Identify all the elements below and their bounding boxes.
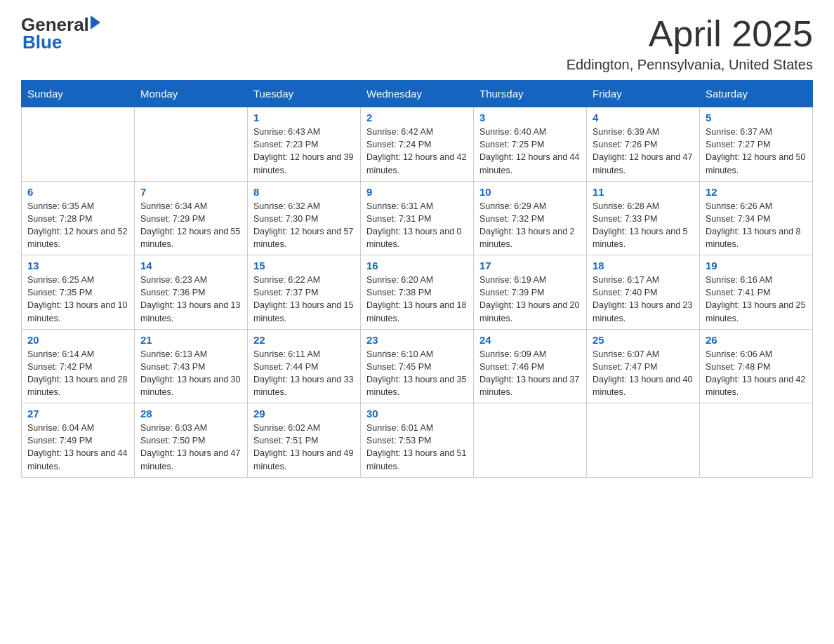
calendar-week-row: 1Sunrise: 6:43 AMSunset: 7:23 PMDaylight… — [22, 107, 813, 182]
calendar-cell: 1Sunrise: 6:43 AMSunset: 7:23 PMDaylight… — [248, 107, 361, 182]
location-subtitle: Eddington, Pennsylvania, United States — [567, 57, 813, 73]
day-info: Sunrise: 6:26 AMSunset: 7:34 PMDaylight:… — [706, 200, 807, 251]
calendar-table: SundayMondayTuesdayWednesdayThursdayFrid… — [21, 80, 813, 478]
calendar-header-row: SundayMondayTuesdayWednesdayThursdayFrid… — [22, 81, 813, 107]
day-info: Sunrise: 6:32 AMSunset: 7:30 PMDaylight:… — [253, 200, 355, 251]
calendar-day-header: Wednesday — [361, 81, 474, 107]
day-number: 22 — [253, 334, 355, 346]
calendar-cell — [135, 107, 248, 182]
day-info: Sunrise: 6:40 AMSunset: 7:25 PMDaylight:… — [479, 126, 581, 177]
calendar-week-row: 27Sunrise: 6:04 AMSunset: 7:49 PMDayligh… — [22, 403, 813, 478]
calendar-cell: 23Sunrise: 6:10 AMSunset: 7:45 PMDayligh… — [361, 329, 474, 403]
day-info: Sunrise: 6:22 AMSunset: 7:37 PMDaylight:… — [253, 274, 355, 325]
title-section: April 2025 Eddington, Pennsylvania, Unit… — [567, 14, 813, 73]
calendar-cell: 25Sunrise: 6:07 AMSunset: 7:47 PMDayligh… — [587, 329, 700, 403]
day-number: 5 — [706, 112, 807, 123]
day-number: 9 — [366, 186, 468, 198]
day-info: Sunrise: 6:34 AMSunset: 7:29 PMDaylight:… — [140, 200, 241, 251]
day-info: Sunrise: 6:11 AMSunset: 7:44 PMDaylight:… — [253, 348, 355, 399]
day-info: Sunrise: 6:04 AMSunset: 7:49 PMDaylight:… — [27, 422, 128, 473]
day-info: Sunrise: 6:10 AMSunset: 7:45 PMDaylight:… — [366, 348, 468, 399]
calendar-cell: 8Sunrise: 6:32 AMSunset: 7:30 PMDaylight… — [248, 181, 361, 255]
day-number: 14 — [140, 260, 241, 271]
logo: General Blue — [21, 14, 100, 53]
day-number: 13 — [27, 260, 128, 271]
calendar-cell: 13Sunrise: 6:25 AMSunset: 7:35 PMDayligh… — [22, 255, 135, 330]
calendar-cell: 24Sunrise: 6:09 AMSunset: 7:46 PMDayligh… — [474, 329, 587, 403]
calendar-cell: 16Sunrise: 6:20 AMSunset: 7:38 PMDayligh… — [361, 255, 474, 330]
day-number: 4 — [593, 112, 694, 123]
day-info: Sunrise: 6:19 AMSunset: 7:39 PMDaylight:… — [479, 274, 581, 325]
page-header: General Blue April 2025 Eddington, Penns… — [21, 14, 813, 73]
day-number: 3 — [479, 112, 581, 123]
day-info: Sunrise: 6:42 AMSunset: 7:24 PMDaylight:… — [366, 126, 468, 177]
month-title: April 2025 — [567, 14, 813, 54]
day-info: Sunrise: 6:35 AMSunset: 7:28 PMDaylight:… — [27, 200, 128, 251]
calendar-cell: 29Sunrise: 6:02 AMSunset: 7:51 PMDayligh… — [248, 403, 361, 478]
calendar-cell: 22Sunrise: 6:11 AMSunset: 7:44 PMDayligh… — [248, 329, 361, 403]
day-info: Sunrise: 6:13 AMSunset: 7:43 PMDaylight:… — [140, 348, 241, 399]
day-number: 19 — [706, 260, 807, 271]
day-number: 17 — [479, 260, 581, 271]
day-number: 28 — [140, 408, 241, 420]
day-number: 16 — [366, 260, 468, 271]
day-number: 21 — [140, 334, 241, 346]
calendar-cell: 27Sunrise: 6:04 AMSunset: 7:49 PMDayligh… — [22, 403, 135, 478]
day-info: Sunrise: 6:20 AMSunset: 7:38 PMDaylight:… — [366, 274, 468, 325]
calendar-week-row: 6Sunrise: 6:35 AMSunset: 7:28 PMDaylight… — [22, 181, 813, 255]
day-number: 7 — [140, 186, 241, 198]
day-info: Sunrise: 6:37 AMSunset: 7:27 PMDaylight:… — [706, 126, 807, 177]
day-number: 2 — [366, 112, 468, 123]
day-number: 29 — [253, 408, 355, 420]
calendar-cell: 19Sunrise: 6:16 AMSunset: 7:41 PMDayligh… — [700, 255, 813, 330]
day-info: Sunrise: 6:06 AMSunset: 7:48 PMDaylight:… — [706, 348, 807, 399]
calendar-cell: 18Sunrise: 6:17 AMSunset: 7:40 PMDayligh… — [587, 255, 700, 330]
day-info: Sunrise: 6:29 AMSunset: 7:32 PMDaylight:… — [479, 200, 581, 251]
day-number: 12 — [706, 186, 807, 198]
calendar-cell: 4Sunrise: 6:39 AMSunset: 7:26 PMDaylight… — [587, 107, 700, 182]
calendar-cell: 26Sunrise: 6:06 AMSunset: 7:48 PMDayligh… — [700, 329, 813, 403]
day-info: Sunrise: 6:01 AMSunset: 7:53 PMDaylight:… — [366, 422, 468, 473]
calendar-day-header: Saturday — [700, 81, 813, 107]
day-info: Sunrise: 6:14 AMSunset: 7:42 PMDaylight:… — [27, 348, 128, 399]
calendar-cell: 28Sunrise: 6:03 AMSunset: 7:50 PMDayligh… — [135, 403, 248, 478]
calendar-cell — [474, 403, 587, 478]
day-number: 1 — [253, 112, 355, 123]
logo-blue-text: Blue — [22, 32, 62, 53]
calendar-cell: 14Sunrise: 6:23 AMSunset: 7:36 PMDayligh… — [135, 255, 248, 330]
calendar-cell: 20Sunrise: 6:14 AMSunset: 7:42 PMDayligh… — [22, 329, 135, 403]
day-info: Sunrise: 6:16 AMSunset: 7:41 PMDaylight:… — [706, 274, 807, 325]
calendar-cell: 10Sunrise: 6:29 AMSunset: 7:32 PMDayligh… — [474, 181, 587, 255]
day-info: Sunrise: 6:17 AMSunset: 7:40 PMDaylight:… — [593, 274, 694, 325]
day-number: 20 — [27, 334, 128, 346]
calendar-day-header: Tuesday — [248, 81, 361, 107]
day-number: 25 — [593, 334, 694, 346]
calendar-cell: 6Sunrise: 6:35 AMSunset: 7:28 PMDaylight… — [22, 181, 135, 255]
day-info: Sunrise: 6:03 AMSunset: 7:50 PMDaylight:… — [140, 422, 241, 473]
calendar-cell: 17Sunrise: 6:19 AMSunset: 7:39 PMDayligh… — [474, 255, 587, 330]
calendar-day-header: Sunday — [22, 81, 135, 107]
day-number: 30 — [366, 408, 468, 420]
day-number: 23 — [366, 334, 468, 346]
calendar-cell: 30Sunrise: 6:01 AMSunset: 7:53 PMDayligh… — [361, 403, 474, 478]
calendar-cell — [700, 403, 813, 478]
calendar-cell — [587, 403, 700, 478]
calendar-cell: 11Sunrise: 6:28 AMSunset: 7:33 PMDayligh… — [587, 181, 700, 255]
calendar-cell: 21Sunrise: 6:13 AMSunset: 7:43 PMDayligh… — [135, 329, 248, 403]
logo-triangle-icon — [91, 15, 100, 29]
calendar-cell — [22, 107, 135, 182]
day-info: Sunrise: 6:25 AMSunset: 7:35 PMDaylight:… — [27, 274, 128, 325]
calendar-cell: 7Sunrise: 6:34 AMSunset: 7:29 PMDaylight… — [135, 181, 248, 255]
day-number: 26 — [706, 334, 807, 346]
calendar-cell: 3Sunrise: 6:40 AMSunset: 7:25 PMDaylight… — [474, 107, 587, 182]
calendar-day-header: Monday — [135, 81, 248, 107]
day-number: 24 — [479, 334, 581, 346]
day-info: Sunrise: 6:39 AMSunset: 7:26 PMDaylight:… — [593, 126, 694, 177]
day-number: 8 — [253, 186, 355, 198]
calendar-cell: 2Sunrise: 6:42 AMSunset: 7:24 PMDaylight… — [361, 107, 474, 182]
day-number: 15 — [253, 260, 355, 271]
day-info: Sunrise: 6:23 AMSunset: 7:36 PMDaylight:… — [140, 274, 241, 325]
calendar-cell: 5Sunrise: 6:37 AMSunset: 7:27 PMDaylight… — [700, 107, 813, 182]
day-info: Sunrise: 6:02 AMSunset: 7:51 PMDaylight:… — [253, 422, 355, 473]
calendar-cell: 12Sunrise: 6:26 AMSunset: 7:34 PMDayligh… — [700, 181, 813, 255]
